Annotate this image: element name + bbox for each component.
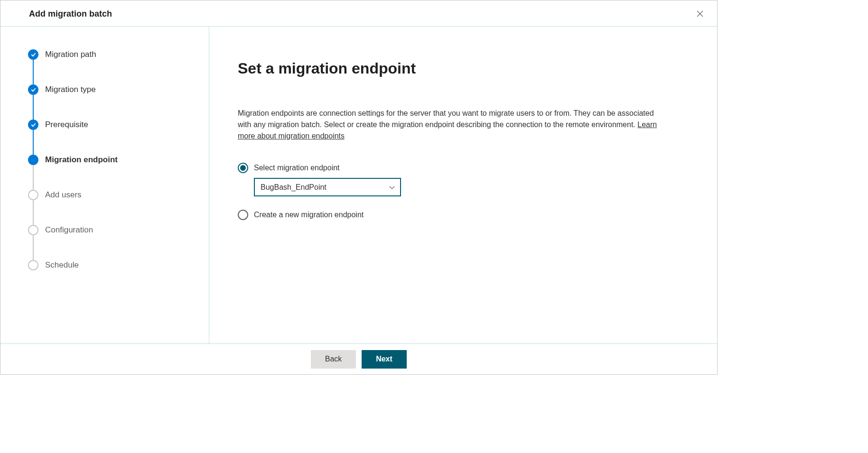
description-text: Migration endpoints are connection setti… xyxy=(238,109,654,129)
wizard-footer: Back Next xyxy=(0,344,717,374)
step-label: Migration endpoint xyxy=(45,155,118,165)
option-create-new[interactable]: Create a new migration endpoint xyxy=(238,210,684,220)
content-description: Migration endpoints are connection setti… xyxy=(238,108,665,142)
wizard-panel: Add migration batch Migration path xyxy=(0,0,718,375)
radio-unselected-icon[interactable] xyxy=(238,210,248,220)
panel-body: Migration path Migration type Prerequisi… xyxy=(0,27,717,344)
step-schedule[interactable]: Schedule xyxy=(28,260,209,270)
step-label: Schedule xyxy=(45,260,79,270)
upcoming-step-icon xyxy=(28,190,38,200)
option-label: Create a new migration endpoint xyxy=(254,210,364,220)
next-button[interactable]: Next xyxy=(362,350,407,369)
step-migration-path[interactable]: Migration path xyxy=(28,49,209,84)
endpoint-options-group: Select migration endpoint BugBash_EndPoi… xyxy=(238,163,684,220)
option-select-existing: Select migration endpoint BugBash_EndPoi… xyxy=(238,163,684,196)
wizard-steps-list: Migration path Migration type Prerequisi… xyxy=(28,49,209,270)
endpoint-select[interactable]: BugBash_EndPoint xyxy=(254,178,401,196)
step-label: Migration path xyxy=(45,49,96,60)
step-label: Add users xyxy=(45,190,82,200)
upcoming-step-icon xyxy=(28,225,38,235)
step-label: Prerequisite xyxy=(45,120,88,130)
panel-title: Add migration batch xyxy=(29,9,112,19)
step-prerequisite[interactable]: Prerequisite xyxy=(28,120,209,155)
content-title: Set a migration endpoint xyxy=(238,60,684,77)
panel-header: Add migration batch xyxy=(0,0,717,27)
close-icon xyxy=(696,10,704,18)
select-value: BugBash_EndPoint xyxy=(261,183,327,192)
radio-selected-icon[interactable] xyxy=(238,163,248,173)
upcoming-step-icon xyxy=(28,260,38,270)
radio-row-select-existing[interactable]: Select migration endpoint xyxy=(238,163,684,173)
back-button[interactable]: Back xyxy=(311,350,356,369)
step-migration-endpoint[interactable]: Migration endpoint xyxy=(28,155,209,190)
wizard-content: Set a migration endpoint Migration endpo… xyxy=(209,27,717,343)
chevron-down-icon xyxy=(389,184,395,191)
checkmark-icon xyxy=(28,120,38,130)
step-configuration[interactable]: Configuration xyxy=(28,225,209,260)
current-step-icon xyxy=(28,155,38,165)
wizard-steps-sidebar: Migration path Migration type Prerequisi… xyxy=(0,27,209,343)
step-label: Migration type xyxy=(45,84,96,95)
checkmark-icon xyxy=(28,49,38,60)
option-label: Select migration endpoint xyxy=(254,163,340,173)
step-add-users[interactable]: Add users xyxy=(28,190,209,225)
checkmark-icon xyxy=(28,84,38,95)
step-label: Configuration xyxy=(45,225,93,235)
endpoint-select-wrap: BugBash_EndPoint xyxy=(254,178,684,196)
close-button[interactable] xyxy=(694,8,706,19)
step-migration-type[interactable]: Migration type xyxy=(28,84,209,120)
